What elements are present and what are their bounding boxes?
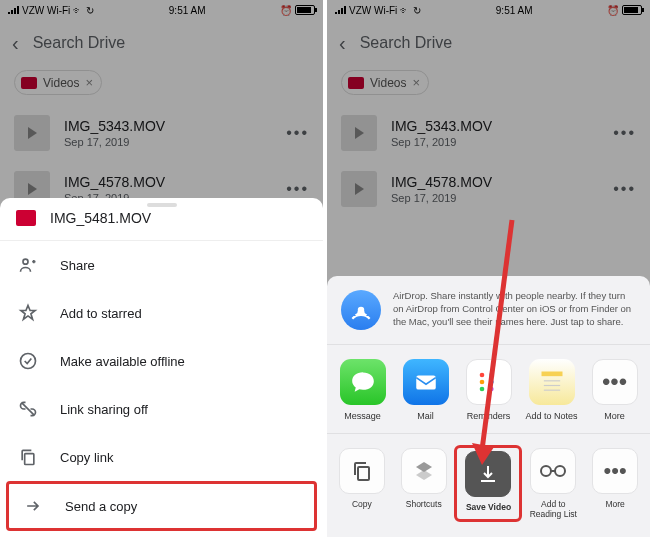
offline-icon <box>18 351 38 371</box>
clapper-icon <box>21 77 37 89</box>
notes-icon <box>529 359 575 405</box>
svg-rect-2 <box>25 454 34 465</box>
app-message[interactable]: Message <box>335 359 391 421</box>
status-bar: VZW Wi-Fi ᯤ ↻ 9:51 AM ⏰ <box>327 0 650 20</box>
file-name: IMG_4578.MOV <box>64 174 272 190</box>
add-person-icon <box>18 255 38 275</box>
close-icon[interactable]: × <box>85 75 93 90</box>
more-button[interactable]: ••• <box>613 180 636 198</box>
file-name: IMG_5343.MOV <box>64 118 272 134</box>
svg-point-5 <box>479 373 484 378</box>
airdrop-icon[interactable] <box>341 290 381 330</box>
ios-share-sheet: AirDrop. Share instantly with people nea… <box>327 276 650 537</box>
app-notes[interactable]: Add to Notes <box>524 359 580 421</box>
action-copy[interactable]: Copy <box>334 448 390 519</box>
status-bar: VZW Wi-Fi ᯤ ↻ 9:51 AM ⏰ <box>0 0 323 20</box>
action-save-video[interactable]: Save Video <box>460 451 516 512</box>
app-reminders[interactable]: Reminders <box>461 359 517 421</box>
action-label: Add to Reading List <box>525 500 581 519</box>
action-more[interactable]: ••• More <box>587 448 643 519</box>
carrier-label: VZW Wi-Fi <box>22 5 70 16</box>
file-date: Sep 17, 2019 <box>64 136 272 148</box>
more-button[interactable]: ••• <box>286 180 309 198</box>
send-copy-item[interactable]: Send a copy <box>9 484 314 528</box>
alarm-icon: ⏰ <box>280 5 292 16</box>
back-button[interactable]: ‹ <box>339 32 346 55</box>
status-time: 9:51 AM <box>169 5 206 16</box>
file-name: IMG_4578.MOV <box>391 174 599 190</box>
action-shortcuts[interactable]: Shortcuts <box>396 448 452 519</box>
alarm-icon: ⏰ <box>607 5 619 16</box>
clapper-icon <box>16 210 36 226</box>
carrier-label: VZW Wi-Fi <box>349 5 397 16</box>
activity-icon: ↻ <box>86 5 94 16</box>
link-off-icon <box>18 399 38 419</box>
app-label: Mail <box>417 411 434 421</box>
clapper-icon <box>348 77 364 89</box>
action-reading-list[interactable]: Add to Reading List <box>525 448 581 519</box>
file-name: IMG_5343.MOV <box>391 118 599 134</box>
file-row[interactable]: IMG_5343.MOV Sep 17, 2019 ••• <box>327 105 650 161</box>
file-row[interactable]: IMG_4578.MOV Sep 17, 2019 ••• <box>327 161 650 217</box>
app-mail[interactable]: Mail <box>398 359 454 421</box>
video-thumbnail <box>14 115 50 151</box>
svg-point-10 <box>489 387 494 392</box>
battery-icon <box>622 5 642 15</box>
file-date: Sep 17, 2019 <box>391 136 599 148</box>
action-label: More <box>605 500 624 509</box>
action-label: Copy <box>352 500 372 509</box>
filter-chip-videos[interactable]: Videos × <box>14 70 102 95</box>
status-time: 9:51 AM <box>496 5 533 16</box>
battery-icon <box>295 5 315 15</box>
item-label: Add to starred <box>60 306 142 321</box>
video-thumbnail <box>341 171 377 207</box>
cell-signal-icon <box>8 6 19 14</box>
item-label: Make available offline <box>60 354 185 369</box>
send-icon <box>23 496 43 516</box>
more-button[interactable]: ••• <box>286 124 309 142</box>
item-label: Send a copy <box>65 499 137 514</box>
copy-icon <box>18 447 38 467</box>
svg-point-8 <box>489 373 494 378</box>
svg-rect-15 <box>358 467 369 480</box>
starred-item[interactable]: Add to starred <box>0 289 323 337</box>
shortcuts-icon <box>401 448 447 494</box>
close-icon[interactable]: × <box>412 75 420 90</box>
back-button[interactable]: ‹ <box>12 32 19 55</box>
item-label: Copy link <box>60 450 113 465</box>
mail-icon <box>403 359 449 405</box>
svg-point-6 <box>479 380 484 385</box>
file-row[interactable]: IMG_5343.MOV Sep 17, 2019 ••• <box>0 105 323 161</box>
item-label: Share <box>60 258 95 273</box>
more-icon: ••• <box>592 448 638 494</box>
wifi-icon: ᯤ <box>400 5 410 16</box>
app-label: Reminders <box>467 411 511 421</box>
filter-chip-videos[interactable]: Videos × <box>341 70 429 95</box>
svg-point-16 <box>541 466 551 476</box>
search-input[interactable]: Search Drive <box>33 34 125 52</box>
chip-label: Videos <box>43 76 79 90</box>
link-sharing-item[interactable]: Link sharing off <box>0 385 323 433</box>
action-label: Shortcuts <box>406 500 442 509</box>
offline-item[interactable]: Make available offline <box>0 337 323 385</box>
svg-rect-4 <box>416 376 436 390</box>
action-label: Save Video <box>466 503 511 512</box>
share-item[interactable]: Share <box>0 241 323 289</box>
chip-label: Videos <box>370 76 406 90</box>
message-icon <box>340 359 386 405</box>
svg-point-17 <box>555 466 565 476</box>
app-label: Add to Notes <box>525 411 577 421</box>
app-more[interactable]: ••• More <box>587 359 643 421</box>
highlight-box: Send a copy <box>6 481 317 531</box>
sheet-file-name: IMG_5481.MOV <box>50 210 151 226</box>
search-input[interactable]: Search Drive <box>360 34 452 52</box>
activity-icon: ↻ <box>413 5 421 16</box>
app-label: More <box>604 411 625 421</box>
copy-link-item[interactable]: Copy link <box>0 433 323 481</box>
svg-point-9 <box>489 380 494 385</box>
more-button[interactable]: ••• <box>613 124 636 142</box>
svg-rect-11 <box>541 372 562 377</box>
file-date: Sep 17, 2019 <box>391 192 599 204</box>
wifi-icon: ᯤ <box>73 5 83 16</box>
copy-icon <box>339 448 385 494</box>
